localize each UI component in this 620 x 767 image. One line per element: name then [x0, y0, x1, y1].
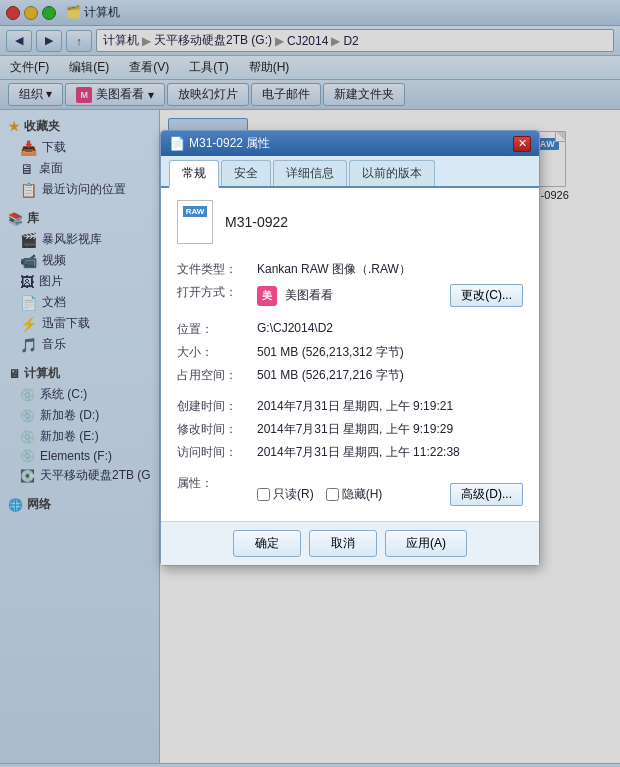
dialog-file-icon: RAW [177, 200, 213, 244]
readonly-label: 只读(R) [273, 486, 314, 503]
location-label: 位置： [177, 318, 257, 341]
file-preview-row: RAW M31-0922 [177, 200, 523, 244]
dialog-filename: M31-0922 [225, 214, 288, 230]
readonly-checkbox-label[interactable]: 只读(R) [257, 486, 314, 503]
tab-details[interactable]: 详细信息 [273, 160, 347, 186]
attr-label: 属性： [177, 472, 257, 509]
dialog-footer: 确定 取消 应用(A) [161, 521, 539, 565]
disk-size-label: 占用空间： [177, 364, 257, 387]
modified-label: 修改时间： [177, 418, 257, 441]
dialog-title-icon: 📄 [169, 136, 185, 151]
readonly-checkbox[interactable] [257, 488, 270, 501]
created-value: 2014年7月31日 星期四, 上午 9:19:21 [257, 395, 523, 418]
open-with-row: 美 美图看看 更改(C)... [257, 284, 523, 307]
advanced-button[interactable]: 高级(D)... [450, 483, 523, 506]
dialog-tabs: 常规 安全 详细信息 以前的版本 [161, 156, 539, 188]
attributes-row: 只读(R) 隐藏(H) 高级(D)... [257, 483, 523, 506]
info-table: 文件类型： Kankan RAW 图像（.RAW） 打开方式： 美 美图看看 更… [177, 258, 523, 509]
modified-value: 2014年7月31日 星期四, 上午 9:19:29 [257, 418, 523, 441]
size-value: 501 MB (526,213,312 字节) [257, 341, 523, 364]
dialog-title: M31-0922 属性 [189, 135, 270, 152]
dialog-body: RAW M31-0922 文件类型： Kankan RAW 图像（.RAW） 打… [161, 188, 539, 521]
file-type-value: Kankan RAW 图像（.RAW） [257, 258, 523, 281]
dialog-close-button[interactable]: ✕ [513, 136, 531, 152]
change-app-button[interactable]: 更改(C)... [450, 284, 523, 307]
created-label: 创建时间： [177, 395, 257, 418]
accessed-value: 2014年7月31日 星期四, 上午 11:22:38 [257, 441, 523, 464]
file-type-label: 文件类型： [177, 258, 257, 281]
hidden-checkbox[interactable] [326, 488, 339, 501]
size-label: 大小： [177, 341, 257, 364]
apply-button[interactable]: 应用(A) [385, 530, 467, 557]
tab-security[interactable]: 安全 [221, 160, 271, 186]
dialog-overlay: 📄 M31-0922 属性 ✕ 常规 安全 详细信息 以前的版本 RAW M31… [0, 0, 620, 767]
properties-dialog: 📄 M31-0922 属性 ✕ 常规 安全 详细信息 以前的版本 RAW M31… [160, 130, 540, 566]
cancel-button[interactable]: 取消 [309, 530, 377, 557]
accessed-label: 访问时间： [177, 441, 257, 464]
hidden-checkbox-label[interactable]: 隐藏(H) [326, 486, 383, 503]
ok-button[interactable]: 确定 [233, 530, 301, 557]
tab-general[interactable]: 常规 [169, 160, 219, 188]
disk-size-value: 501 MB (526,217,216 字节) [257, 364, 523, 387]
location-value: G:\CJ2014\D2 [257, 318, 523, 341]
open-with-label: 打开方式： [177, 281, 257, 310]
meitu-app-icon: 美 [257, 286, 277, 306]
hidden-label: 隐藏(H) [342, 486, 383, 503]
tab-previous[interactable]: 以前的版本 [349, 160, 435, 186]
open-with-app: 美图看看 [285, 287, 333, 304]
dialog-titlebar: 📄 M31-0922 属性 ✕ [161, 131, 539, 156]
